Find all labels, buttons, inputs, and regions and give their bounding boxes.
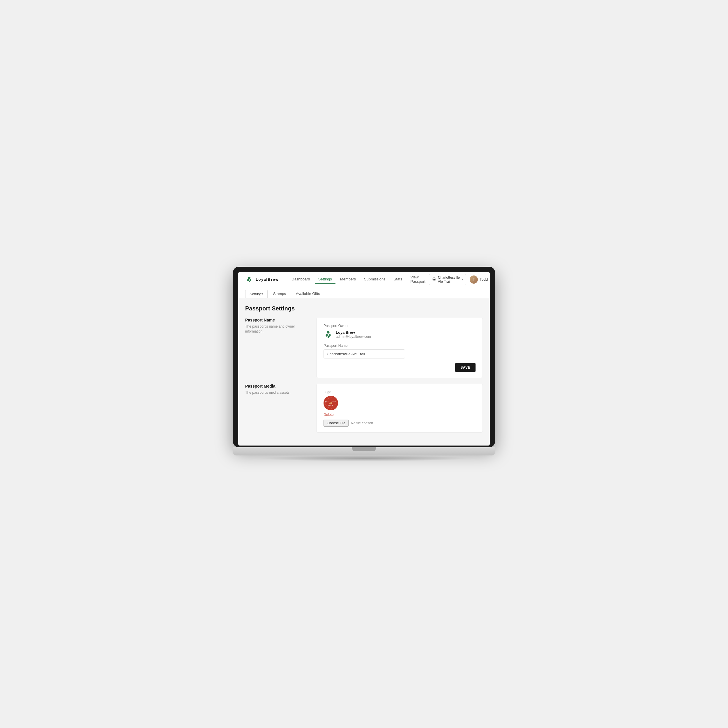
loyalbrew-logo-icon: [245, 275, 253, 284]
passport-media-heading: Passport Media: [245, 384, 309, 388]
passport-media-card: Logo CHARLOTTESVILLE ALE TRAIL: [316, 384, 483, 433]
passport-selector-label: Charlottesville Ale Trail: [438, 275, 460, 284]
app-screen: LoyalBrew Dashboard Settings Members Sub…: [238, 272, 490, 445]
nav-right: 🏛 Charlottesville Ale Trail ▾ T Todd ▾: [429, 274, 490, 285]
page-title: Passport Settings: [245, 305, 483, 312]
owner-field-label: Passport Owner: [324, 324, 476, 328]
logo-field-label: Logo: [324, 390, 476, 394]
tab-stamps[interactable]: Stamps: [269, 289, 290, 298]
owner-email: admin@loyalbrew.com: [336, 335, 371, 339]
passport-name-description: The passport's name and owner informatio…: [245, 324, 309, 334]
passport-name-card: Passport Owner LoyalBrew: [316, 318, 483, 378]
laptop-notch: [352, 447, 376, 451]
nav-submissions[interactable]: Submissions: [361, 275, 389, 284]
svg-rect-7: [327, 336, 329, 338]
delete-logo-link[interactable]: Delete: [324, 413, 476, 417]
tab-settings[interactable]: Settings: [245, 290, 268, 298]
tab-available-gifts[interactable]: Available Gifts: [292, 289, 324, 298]
owner-name: LoyalBrew: [336, 330, 371, 335]
svg-point-6: [329, 334, 331, 336]
laptop-shadow: [259, 456, 469, 461]
sub-tabs: Settings Stamps Available Gifts: [238, 287, 490, 298]
passport-selector-icon: 🏛: [432, 277, 436, 282]
svg-rect-3: [249, 281, 250, 282]
owner-row: LoyalBrew admin@loyalbrew.com: [324, 330, 476, 339]
logo-area: LoyalBrew: [245, 275, 279, 284]
svg-text:ALE: ALE: [329, 402, 333, 404]
navbar: LoyalBrew Dashboard Settings Members Sub…: [238, 272, 490, 287]
laptop-container: LoyalBrew Dashboard Settings Members Sub…: [233, 267, 495, 461]
passport-media-section: Passport Media The passport's media asse…: [245, 384, 483, 433]
user-chevron-icon: ▾: [489, 278, 490, 281]
owner-info: LoyalBrew admin@loyalbrew.com: [336, 330, 371, 339]
svg-text:CHARLOTTESVILLE: CHARLOTTESVILLE: [324, 401, 337, 402]
user-avatar: T: [470, 275, 478, 284]
nav-dashboard[interactable]: Dashboard: [288, 275, 314, 284]
passport-media-description: The passport's media assets.: [245, 390, 309, 395]
svg-text:TRAIL: TRAIL: [329, 404, 333, 406]
page-content: Passport Settings Passport Name The pass…: [238, 298, 490, 445]
save-button[interactable]: SAVE: [455, 363, 476, 372]
svg-point-5: [326, 334, 328, 336]
passport-name-field-label: Passport Name: [324, 344, 476, 348]
logo-preview: CHARLOTTESVILLE ALE TRAIL: [324, 396, 338, 410]
nav-settings[interactable]: Settings: [315, 275, 335, 284]
passport-name-label-area: Passport Name The passport's name and ow…: [245, 318, 309, 378]
passport-name-section: Passport Name The passport's name and ow…: [245, 318, 483, 378]
file-input-area: Choose File No file chosen: [324, 420, 476, 427]
no-file-text: No file chosen: [351, 421, 373, 425]
app-root: LoyalBrew Dashboard Settings Members Sub…: [238, 272, 490, 445]
owner-icon: [324, 330, 333, 339]
user-name: Todd: [480, 277, 488, 281]
user-menu[interactable]: T Todd ▾: [470, 275, 490, 284]
laptop-screen: LoyalBrew Dashboard Settings Members Sub…: [233, 267, 495, 447]
nav-view-passport[interactable]: View Passport: [407, 273, 429, 286]
chevron-down-icon: ▾: [462, 278, 463, 281]
passport-selector[interactable]: 🏛 Charlottesville Ale Trail ▾: [429, 274, 466, 285]
nav-stats[interactable]: Stats: [390, 275, 406, 284]
logo-text: LoyalBrew: [256, 277, 279, 281]
passport-name-input[interactable]: [324, 349, 405, 358]
passport-name-heading: Passport Name: [245, 318, 309, 322]
nav-members[interactable]: Members: [336, 275, 359, 284]
svg-point-0: [248, 277, 251, 279]
choose-file-button[interactable]: Choose File: [324, 420, 349, 427]
nav-links: Dashboard Settings Members Submissions S…: [288, 273, 429, 286]
laptop-base: [233, 447, 495, 456]
svg-point-4: [327, 331, 330, 334]
logo-preview-image: CHARLOTTESVILLE ALE TRAIL: [324, 397, 337, 410]
passport-media-label-area: Passport Media The passport's media asse…: [245, 384, 309, 433]
